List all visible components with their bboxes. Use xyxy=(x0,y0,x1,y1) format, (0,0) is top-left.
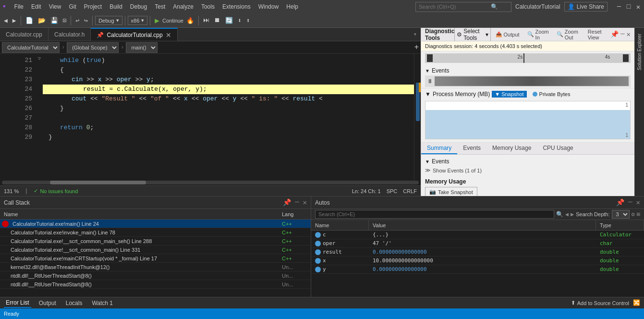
autos-search-input[interactable] xyxy=(315,210,554,219)
minimize-button[interactable]: ─ xyxy=(615,3,623,11)
search-depth-select[interactable]: 3 1 2 4 5 xyxy=(612,210,630,219)
tab-calculator-cpp[interactable]: Calculator.cpp xyxy=(0,28,49,41)
zoom-in-button[interactable]: 🔍 Zoom In xyxy=(524,28,552,41)
tab-bar-menu[interactable]: ▾ xyxy=(410,28,421,41)
close-button[interactable]: ✕ xyxy=(634,3,642,11)
zoom-out-button[interactable]: 🔍 Zoom Out xyxy=(554,28,583,41)
tab-output[interactable]: Output xyxy=(37,299,58,307)
cs-row-1[interactable]: CalculatorTutorial.exe!invoke_main() Lin… xyxy=(0,228,311,237)
maximize-button[interactable]: □ xyxy=(625,3,632,11)
cs-row-2[interactable]: CalculatorTutorial.exe!__scrt_common_mai… xyxy=(0,237,311,245)
autos-row-y[interactable]: y 0.000000000000000 double xyxy=(311,265,644,274)
snapshot-button[interactable]: ▼ Snapshot xyxy=(492,91,526,98)
toolbar-step-out[interactable]: ⬆ xyxy=(244,16,252,25)
tab-calculator-h[interactable]: Calculator.h xyxy=(49,28,91,41)
timeline-track[interactable]: 2s 4s xyxy=(425,53,631,63)
cs-close-button[interactable]: ✕ xyxy=(303,198,307,207)
reset-view-button[interactable]: Reset View xyxy=(585,28,610,41)
menu-view[interactable]: View xyxy=(45,2,65,11)
add-source-label: Add to Source Control xyxy=(577,300,629,306)
cs-row-0[interactable]: CalculatorTutorial.exe!main() Line 24 C+… xyxy=(0,220,311,228)
events-pause-button[interactable]: ⏸ xyxy=(427,78,433,85)
menu-test[interactable]: Test xyxy=(151,2,169,11)
menu-file[interactable]: File xyxy=(11,2,27,11)
autos-row-c[interactable]: c {...} Calculator xyxy=(311,231,644,239)
diag-minimize-button[interactable]: ─ xyxy=(620,30,624,38)
toolbar-step-into[interactable]: ⬇ xyxy=(236,16,243,25)
cs-row-6[interactable]: ntdll.dll!__RtlUserThreadStart@8() Un... xyxy=(0,271,311,280)
toolbar-step-over[interactable]: ⏭ xyxy=(201,16,211,25)
fold-21[interactable]: ▽ xyxy=(36,54,43,63)
toolbar-save[interactable]: 💾 xyxy=(49,16,60,25)
menu-git[interactable]: Git xyxy=(65,2,80,11)
code-editor[interactable]: while (true) { cin >> x >> oper >> y; ● … xyxy=(43,54,414,180)
autos-pin-button[interactable]: 📌 xyxy=(616,198,624,207)
select-tools-button[interactable]: ⚙ Select Tools ▾ xyxy=(454,28,490,43)
cs-row-5[interactable]: kernel32.dll!@BaseThreadInitThunk@12() U… xyxy=(0,263,311,271)
diag-close-button[interactable]: ✕ xyxy=(627,30,631,38)
toolbar-undo[interactable]: ↩ xyxy=(73,16,81,25)
menu-project[interactable]: Project xyxy=(80,2,106,11)
toolbar-stop[interactable]: ⏹ xyxy=(212,16,222,25)
menu-tools[interactable]: Tools xyxy=(197,2,219,11)
toolbar-restart[interactable]: 🔄 xyxy=(223,16,235,25)
toolbar-open[interactable]: 📂 xyxy=(36,16,48,25)
tab-calculator-tutorial-cpp[interactable]: 📌 CalculatorTutorial.cpp ✕ xyxy=(91,28,177,41)
h-scroll-thumb[interactable] xyxy=(50,181,146,184)
autos-minimize-button[interactable]: ─ xyxy=(628,198,632,207)
debug-mode-dropdown[interactable]: Debug ▾ xyxy=(95,16,122,25)
project-scope-dropdown[interactable]: CalculatorTutorial xyxy=(2,42,60,53)
live-share-button[interactable]: 👤 Live Share xyxy=(564,2,608,12)
solution-explorer-panel[interactable]: Solution Explorer xyxy=(634,28,644,196)
autos-row-oper[interactable]: oper 47 '/' char xyxy=(311,239,644,248)
autos-settings-icon[interactable]: ⚙ xyxy=(632,211,635,218)
diag-pin-button[interactable]: 📌 xyxy=(610,30,619,38)
tab-close-icon[interactable]: ✕ xyxy=(166,31,171,39)
menu-help[interactable]: Help xyxy=(282,2,302,11)
cs-row-3[interactable]: CalculatorTutorial.exe!__scrt_common_mai… xyxy=(0,245,311,254)
cs-pin-button[interactable]: 📌 xyxy=(283,198,291,207)
autos-close-button[interactable]: ✕ xyxy=(636,198,640,207)
output-button[interactable]: 📤 Output xyxy=(493,30,522,38)
menu-debug[interactable]: Debug xyxy=(126,2,151,11)
menu-edit[interactable]: Edit xyxy=(27,2,45,11)
diag-tab-events[interactable]: Events xyxy=(457,143,486,154)
tab-locals[interactable]: Locals xyxy=(64,299,85,307)
menu-analyze[interactable]: Analyze xyxy=(169,2,197,11)
tab-watch-1[interactable]: Watch 1 xyxy=(90,299,115,307)
cs-row-4[interactable]: CalculatorTutorial.exe!mainCRTStartup(vo… xyxy=(0,254,311,263)
tab-error-list[interactable]: Error List xyxy=(4,298,31,308)
autos-nav-back[interactable]: ◀ xyxy=(565,211,569,218)
autos-row-x[interactable]: x 10.0000000000000000 double xyxy=(311,257,644,265)
events-list-header[interactable]: ▼ Events xyxy=(425,157,631,166)
toolbar-forward[interactable]: ▶ xyxy=(11,16,18,25)
events-section-header[interactable]: ▼ Events xyxy=(425,66,631,75)
menu-extensions[interactable]: Extensions xyxy=(219,2,255,11)
cs-minimize-button[interactable]: ─ xyxy=(295,198,299,207)
autos-nav-forward[interactable]: ▶ xyxy=(571,211,574,218)
add-to-source-control[interactable]: ⬆ Add to Source Control xyxy=(571,300,629,306)
add-button[interactable]: + xyxy=(414,43,419,52)
h-scroll-track[interactable] xyxy=(2,181,419,184)
toolbar-fire[interactable]: 🔥 xyxy=(184,16,196,25)
function-dropdown[interactable]: main() xyxy=(126,42,158,53)
autos-row-result[interactable]: result 0.000000000000000 double xyxy=(311,248,644,257)
play-button[interactable]: ▶ xyxy=(153,15,161,26)
toolbar-redo[interactable]: ↪ xyxy=(82,16,90,25)
diag-tab-summary[interactable]: Summary xyxy=(421,143,457,154)
cs-row-7[interactable]: ntdll.dll!__RtlUserThreadStart@8() Un... xyxy=(0,280,311,289)
toolbar-back[interactable]: ◀ xyxy=(2,16,10,25)
autos-columns-icon[interactable]: ⊞ xyxy=(637,211,640,218)
menu-window[interactable]: Window xyxy=(255,2,283,11)
menu-build[interactable]: Build xyxy=(106,2,126,11)
minimap-scrollbar[interactable] xyxy=(414,54,421,180)
platform-dropdown[interactable]: x86 ▾ xyxy=(128,16,148,25)
toolbar-save-all[interactable]: ⊡ xyxy=(61,16,69,25)
diag-tab-memory-usage[interactable]: Memory Usage xyxy=(486,143,537,154)
search-box[interactable]: 🔍 xyxy=(415,2,511,12)
global-scope-dropdown[interactable]: (Global Scope) xyxy=(67,42,119,53)
diag-tab-cpu-usage[interactable]: CPU Usage xyxy=(537,143,579,154)
search-input[interactable] xyxy=(419,4,491,10)
toolbar-new[interactable]: 📄 xyxy=(24,16,35,25)
take-snapshot-button[interactable]: 📷 Take Snapshot xyxy=(425,187,477,196)
